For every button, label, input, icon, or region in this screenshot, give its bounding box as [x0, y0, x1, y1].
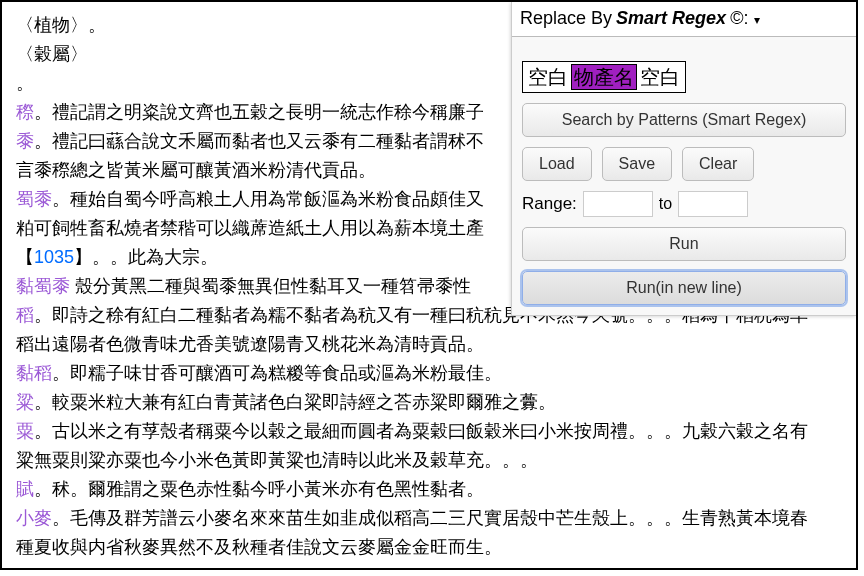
panel-title-suffix: ©:: [730, 5, 748, 32]
text-line: 黏稻。即糯子味甘香可釀酒可為糕糉等食品或漚為米粉最佳。: [16, 360, 850, 387]
save-button[interactable]: Save: [602, 147, 672, 181]
load-button[interactable]: Load: [522, 147, 592, 181]
term-head: 小麥: [16, 508, 52, 528]
page-ref-link[interactable]: 1035: [34, 247, 74, 267]
pattern-token-blank[interactable]: 空白: [525, 64, 571, 90]
range-to-label: to: [659, 192, 672, 216]
range-to-input[interactable]: [678, 191, 748, 217]
range-from-input[interactable]: [583, 191, 653, 217]
panel-title-prefix: Replace By: [520, 5, 612, 32]
term-head: 粱: [16, 392, 34, 412]
pattern-display[interactable]: 空白物產名空白: [522, 61, 686, 93]
term-head: 穄: [16, 102, 34, 122]
term-head: 賦: [16, 479, 34, 499]
text-line: 種夏收與内省秋麥異然不及秋種者佳說文云麥屬金金旺而生。: [16, 534, 850, 561]
term-head: 稻: [16, 305, 34, 325]
pattern-token-entity[interactable]: 物產名: [571, 64, 637, 90]
text-line: 粱。較粟米粒大兼有紅白青黃諸色白粱即詩經之荅赤粱即爾雅之虋。: [16, 389, 850, 416]
term-head: 黍: [16, 131, 34, 151]
pattern-token-blank[interactable]: 空白: [637, 64, 683, 90]
text-line: 粟。古以米之有莩殼者稱粟今以穀之最細而圓者為粟穀曰飯穀米曰小米按周禮。。。九穀六…: [16, 418, 850, 445]
search-by-patterns-button[interactable]: Search by Patterns (Smart Regex): [522, 103, 846, 137]
dropdown-icon[interactable]: ▾: [754, 11, 760, 29]
term-head: 黏稻: [16, 363, 52, 383]
run-button[interactable]: Run: [522, 227, 846, 261]
panel-title-product: Smart Regex: [616, 5, 726, 32]
run-new-line-button[interactable]: Run(in new line): [522, 271, 846, 305]
clear-button[interactable]: Clear: [682, 147, 754, 181]
smart-regex-panel: Replace By Smart Regex ©: ▾ 空白物產名空白 Sear…: [511, 2, 856, 316]
range-label: Range:: [522, 191, 577, 217]
text-line: 粱無粟則粱亦粟也今小米色黃即黃粱也清時以此米及穀草充。。。: [16, 447, 850, 474]
text-line: 稻出遠陽者色微青味尤香美號遼陽青又桃花米為清時貢品。: [16, 331, 850, 358]
term-head: 黏蜀黍: [16, 276, 70, 296]
term-head: 蜀黍: [16, 189, 52, 209]
text-line: 小麥。毛傳及群芳譜云小麥名來來苗生如韭成似稻高二三尺實居殼中芒生殼上。。。生青熟…: [16, 505, 850, 532]
panel-title-bar: Replace By Smart Regex ©: ▾: [512, 2, 856, 37]
term-head: 粟: [16, 421, 34, 441]
text-line: 賦。秫。爾雅謂之粟色赤性黏今呼小黃米亦有色黑性黏者。: [16, 476, 850, 503]
